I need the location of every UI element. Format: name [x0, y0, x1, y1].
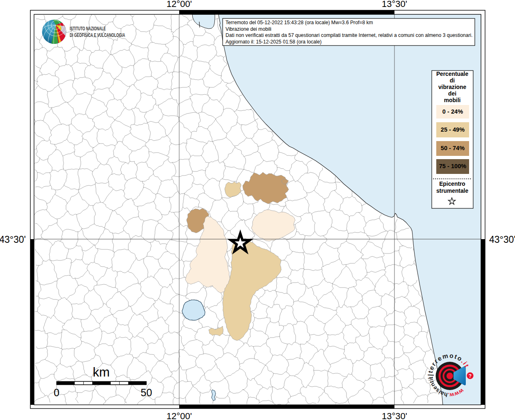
svg-text:12°00': 12°00'	[166, 0, 192, 9]
svg-text:Epicentro: Epicentro	[439, 181, 465, 187]
svg-text:strumentale: strumentale	[436, 188, 469, 194]
svg-text:12°00': 12°00'	[166, 411, 192, 420]
svg-text:25 - 49%: 25 - 49%	[441, 126, 465, 133]
svg-text:DI GEOFISICA E VULCANOLOGIA: DI GEOFISICA E VULCANOLOGIA	[70, 32, 125, 38]
svg-text:50 - 74%: 50 - 74%	[441, 145, 465, 151]
svg-text:mobili: mobili	[444, 97, 461, 103]
svg-text:di: di	[450, 78, 455, 84]
svg-text:43°30': 43°30'	[489, 234, 515, 245]
svg-text:Vibrazione dei mobili: Vibrazione dei mobili	[226, 26, 271, 32]
svg-text:0: 0	[54, 387, 59, 398]
svg-text:?: ?	[469, 373, 472, 379]
svg-text:13°30': 13°30'	[382, 411, 407, 420]
svg-text:Aggiornato il: 15-12-2025 01:5: Aggiornato il: 15-12-2025 01:58 (ora loc…	[226, 39, 321, 45]
svg-text:43°30': 43°30'	[0, 234, 26, 245]
svg-text:Percentuale: Percentuale	[436, 71, 469, 77]
svg-text:50: 50	[141, 387, 152, 398]
svg-text:Dati non verificati estratti d: Dati non verificati estratti da 57 quest…	[226, 32, 473, 38]
svg-text:75 - 100%: 75 - 100%	[439, 163, 467, 169]
svg-text:ISTITUTO NAZIONALE: ISTITUTO NAZIONALE	[70, 26, 106, 32]
svg-text:13°30': 13°30'	[382, 0, 407, 9]
svg-text:km: km	[93, 365, 109, 379]
svg-text:0 - 24%: 0 - 24%	[442, 108, 463, 115]
svg-text:dei: dei	[448, 91, 456, 97]
svg-text:Terremoto del 05-12-2022 15:43: Terremoto del 05-12-2022 15:43:28 (ora l…	[226, 20, 373, 25]
svg-text:vibrazione: vibrazione	[438, 84, 467, 90]
